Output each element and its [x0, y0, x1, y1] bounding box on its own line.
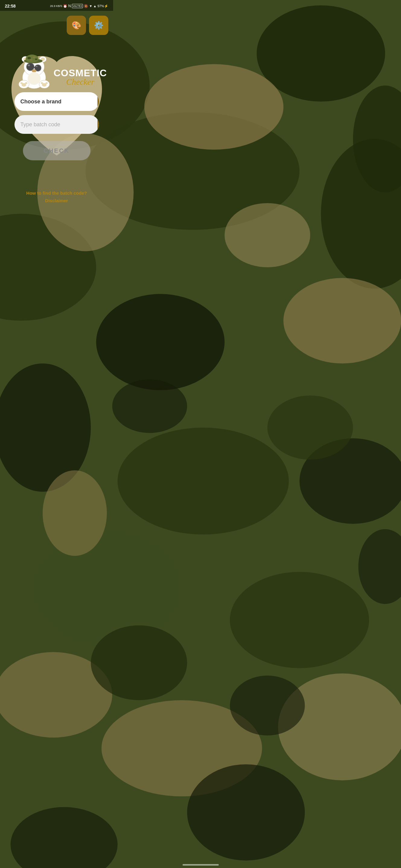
- top-buttons: 🎨 ⚙️: [5, 16, 108, 35]
- batch-code-input[interactable]: [15, 121, 96, 128]
- brand-input[interactable]: [15, 98, 96, 105]
- batch-input-group: #: [15, 115, 99, 134]
- status-icons: 26.9 KB/S ⏰ N VoLTE2 🔕 ▼ ▲ 97%⚡: [50, 4, 108, 8]
- svg-point-39: [30, 59, 32, 61]
- mascot-area: COSMETIC Checker: [15, 47, 99, 89]
- clock-icon: ⏰: [63, 4, 67, 8]
- svg-point-38: [35, 59, 37, 60]
- data-speed: 26.9 KB/S: [50, 4, 62, 8]
- how-to-find-link[interactable]: How to find the batch code?: [5, 190, 108, 195]
- svg-point-51: [25, 82, 27, 84]
- app-title: COSMETIC Checker: [54, 68, 107, 89]
- main-content: 🎨 ⚙️: [0, 11, 113, 218]
- svg-point-36: [27, 57, 31, 59]
- svg-point-54: [41, 82, 43, 84]
- check-button[interactable]: CHECK: [23, 141, 90, 160]
- settings-icon: ⚙️: [94, 21, 104, 30]
- brand-tag-button[interactable]: 🏷️: [97, 93, 99, 110]
- svg-point-50: [20, 82, 23, 84]
- svg-point-45: [36, 66, 37, 67]
- wifi-icon: ▼: [89, 4, 92, 8]
- heart-container: COSMETIC Checker 🏷️ # CHECK: [5, 41, 108, 181]
- svg-point-44: [27, 64, 30, 66]
- links-area: How to find the batch code? Disclaimer: [5, 190, 108, 206]
- bear-mascot: [15, 47, 54, 89]
- svg-point-55: [45, 82, 48, 84]
- palette-button[interactable]: 🎨: [67, 16, 86, 35]
- battery-icon: 97%⚡: [97, 4, 108, 8]
- app-title-main: COSMETIC: [54, 68, 107, 78]
- svg-point-47: [32, 69, 36, 72]
- svg-point-42: [27, 63, 33, 70]
- status-bar: 22:58 26.9 KB/S ⏰ N VoLTE2 🔕 ▼ ▲ 97%⚡: [0, 0, 113, 11]
- silent-icon: 🔕: [84, 4, 88, 8]
- heart-content: COSMETIC Checker 🏷️ # CHECK: [5, 41, 108, 181]
- hashtag-button[interactable]: #: [97, 116, 99, 133]
- palette-icon: 🎨: [71, 21, 81, 30]
- svg-point-56: [27, 72, 40, 85]
- nfc-icon: N: [68, 4, 71, 8]
- status-time: 22:58: [5, 4, 16, 8]
- app-title-sub: Checker: [54, 78, 107, 86]
- volte-icon: VoLTE2: [72, 4, 83, 8]
- svg-point-37: [33, 56, 36, 58]
- settings-button[interactable]: ⚙️: [89, 16, 108, 35]
- signal-icon: ▲: [93, 4, 96, 8]
- disclaimer-link[interactable]: Disclaimer: [5, 198, 108, 203]
- brand-input-group: 🏷️: [15, 92, 99, 111]
